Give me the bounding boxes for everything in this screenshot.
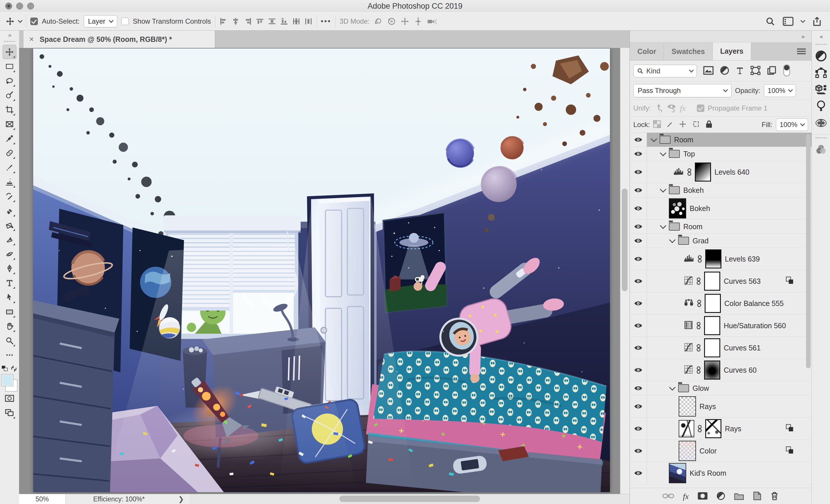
visibility-toggle[interactable] bbox=[630, 396, 647, 417]
visibility-toggle[interactable] bbox=[630, 161, 647, 183]
lasso-tool[interactable] bbox=[3, 74, 17, 88]
lock-position-icon[interactable] bbox=[679, 120, 687, 129]
swap-colors-icon[interactable] bbox=[10, 365, 18, 373]
layer-thumbnail[interactable] bbox=[669, 198, 686, 219]
lock-artboard-icon[interactable] bbox=[692, 120, 700, 129]
delete-layer-icon[interactable] bbox=[770, 491, 779, 502]
frame-tool[interactable] bbox=[3, 117, 17, 131]
align-top-edges-icon[interactable] bbox=[256, 17, 264, 25]
filter-smart-objects-icon[interactable] bbox=[767, 66, 776, 76]
unify-position-icon[interactable] bbox=[655, 103, 663, 113]
zoom-level-field[interactable]: 50% bbox=[19, 494, 66, 504]
layer-row-room-group[interactable]: Room bbox=[630, 133, 811, 147]
layer-row-bokeh-group[interactable]: Bokeh bbox=[630, 183, 811, 197]
filter-type-layers-icon[interactable] bbox=[736, 66, 744, 76]
layer-thumbnail[interactable] bbox=[669, 463, 686, 483]
collapse-group-icon[interactable] bbox=[660, 186, 667, 193]
layer-thumbnail[interactable] bbox=[679, 396, 696, 416]
layer-row-kids-room[interactable]: Kid's Room bbox=[630, 462, 811, 484]
dock-grip-2[interactable] bbox=[816, 137, 827, 138]
smudge-tool[interactable] bbox=[3, 232, 17, 247]
layer-row-curves-561[interactable]: Curves 561 bbox=[630, 337, 811, 359]
layer-row-rays-1[interactable]: Rays bbox=[630, 396, 811, 418]
visibility-toggle[interactable] bbox=[630, 440, 647, 462]
path-selection-tool[interactable] bbox=[3, 290, 17, 305]
visibility-toggle[interactable] bbox=[630, 234, 647, 248]
collapse-group-icon[interactable] bbox=[660, 223, 667, 229]
visibility-toggle[interactable] bbox=[630, 133, 647, 147]
new-adjustment-layer-icon[interactable] bbox=[716, 492, 725, 501]
filter-pixel-layers-icon[interactable] bbox=[703, 66, 713, 76]
tab-swatches[interactable]: Swatches bbox=[664, 42, 712, 60]
filter-toggle-switch[interactable] bbox=[783, 64, 791, 78]
link-layers-icon[interactable] bbox=[663, 493, 674, 501]
marquee-tool[interactable] bbox=[3, 59, 17, 74]
visibility-toggle[interactable] bbox=[630, 462, 647, 484]
layers-scrollbar-thumb[interactable] bbox=[806, 134, 811, 368]
cc-icon[interactable] bbox=[815, 114, 827, 131]
align-bottom-edges-icon[interactable] bbox=[280, 17, 288, 25]
foreground-color-swatch[interactable] bbox=[1, 374, 13, 386]
3d-orbit-icon[interactable] bbox=[374, 17, 383, 26]
propagate-frame-checkbox[interactable] bbox=[697, 104, 704, 112]
new-group-icon[interactable] bbox=[734, 492, 744, 501]
dodge-tool[interactable] bbox=[3, 247, 17, 261]
panel-menu-icon[interactable] bbox=[797, 48, 806, 54]
foreground-background-swatches[interactable] bbox=[1, 374, 18, 391]
distribute-horizontal-icon[interactable] bbox=[305, 17, 313, 25]
collapse-group-icon[interactable] bbox=[669, 384, 676, 391]
collapse-group-icon[interactable] bbox=[669, 237, 676, 243]
layer-row-top-group[interactable]: Top bbox=[630, 147, 811, 161]
layer-row-curves-60[interactable]: Curves 60 bbox=[630, 359, 811, 381]
tab-color[interactable]: Color bbox=[630, 42, 664, 60]
layer-row-levels-639[interactable]: Levels 639 bbox=[630, 248, 811, 270]
show-transform-checkbox[interactable] bbox=[121, 18, 129, 25]
chain-icon[interactable] bbox=[698, 255, 702, 263]
align-horizontal-centers-icon[interactable] bbox=[232, 17, 240, 25]
chain-icon[interactable] bbox=[687, 168, 691, 176]
quick-selection-tool[interactable] bbox=[3, 88, 17, 102]
layer-row-glow-group[interactable]: Glow bbox=[630, 381, 811, 396]
quick-mask-icon[interactable] bbox=[3, 391, 17, 406]
move-tool-icon[interactable] bbox=[6, 17, 14, 26]
learn-panel-icon[interactable] bbox=[816, 98, 826, 114]
filter-shape-layers-icon[interactable] bbox=[751, 66, 760, 76]
channels-panel-icon[interactable] bbox=[815, 141, 827, 158]
layer-row-levels-640[interactable]: Levels 640 bbox=[630, 161, 811, 183]
dock-grip[interactable] bbox=[816, 44, 827, 45]
visibility-toggle[interactable] bbox=[630, 293, 647, 314]
layer-row-grad-group[interactable]: Grad bbox=[630, 234, 811, 248]
hand-tool[interactable] bbox=[3, 319, 17, 333]
type-tool[interactable] bbox=[3, 276, 17, 290]
lock-transparent-icon[interactable] bbox=[653, 121, 661, 129]
visibility-toggle[interactable] bbox=[630, 248, 647, 270]
visibility-toggle[interactable] bbox=[630, 197, 647, 220]
vertical-scrollbar[interactable] bbox=[620, 48, 630, 494]
layer-filter-select[interactable]: Kind bbox=[633, 65, 697, 77]
3d-roll-icon[interactable] bbox=[387, 17, 396, 26]
expand-dock-icon[interactable]: « bbox=[820, 31, 822, 42]
eyedropper-tool[interactable] bbox=[3, 131, 17, 146]
share-icon[interactable] bbox=[812, 16, 822, 27]
3d-camera-icon[interactable] bbox=[427, 17, 437, 26]
layer-mask-thumbnail[interactable] bbox=[705, 249, 722, 268]
search-icon[interactable] bbox=[765, 16, 775, 26]
adjustments-panel-icon[interactable] bbox=[815, 47, 827, 64]
visibility-toggle[interactable] bbox=[630, 359, 647, 381]
vertical-scrollbar-thumb[interactable] bbox=[622, 189, 628, 291]
collapse-group-icon[interactable] bbox=[660, 150, 667, 157]
auto-select-checkbox[interactable] bbox=[30, 18, 38, 25]
crop-tool[interactable] bbox=[3, 102, 17, 117]
layer-row-hue-saturation-560[interactable]: Hue/Saturation 560 bbox=[630, 315, 811, 337]
visibility-toggle[interactable] bbox=[630, 270, 647, 292]
align-vertical-centers-icon[interactable] bbox=[268, 17, 276, 25]
visibility-toggle[interactable] bbox=[630, 418, 647, 440]
workspace-icon[interactable] bbox=[783, 17, 794, 26]
opacity-field[interactable]: 100% bbox=[764, 84, 796, 97]
chain-icon[interactable] bbox=[698, 424, 702, 433]
layer-thumbnail[interactable] bbox=[679, 441, 696, 461]
layer-effects-icon[interactable]: fx bbox=[683, 492, 689, 501]
paths-panel-icon[interactable] bbox=[815, 64, 827, 81]
toolbar-more-icon[interactable] bbox=[3, 348, 17, 362]
layer-row-bokeh-layer[interactable]: Bokeh bbox=[630, 197, 811, 220]
